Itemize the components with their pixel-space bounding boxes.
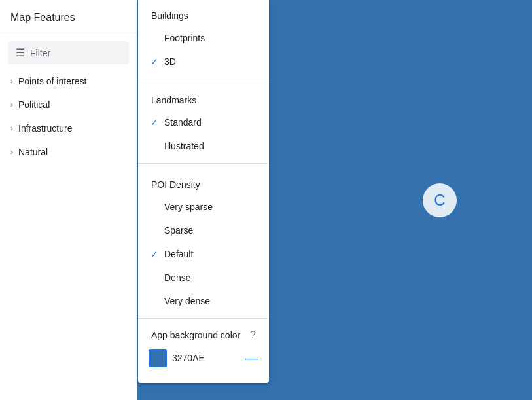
dense-label: Dense — [164, 272, 190, 283]
spinner-icon: C — [434, 191, 445, 209]
standard-label: Standard — [164, 117, 202, 128]
default-label: Default — [164, 249, 193, 259]
sidebar-item-natural[interactable]: › Natural — [0, 140, 137, 164]
standard-item[interactable]: ✓ Standard — [138, 111, 269, 134]
sidebar-title: Map Features — [0, 0, 137, 33]
illustrated-label: Illustrated — [164, 141, 204, 151]
sidebar-item-label: Points of interest — [18, 76, 86, 86]
sparse-item[interactable]: Sparse — [138, 219, 269, 242]
sparse-label: Sparse — [164, 225, 193, 236]
divider-2 — [138, 163, 269, 164]
color-input[interactable] — [172, 352, 218, 365]
loading-spinner: C — [423, 183, 457, 217]
sidebar-item-infrastructure[interactable]: › Infrastructure — [0, 117, 137, 140]
very-sparse-label: Very sparse — [164, 202, 213, 212]
chevron-icon: › — [10, 124, 13, 133]
sidebar-item-points-of-interest[interactable]: › Points of interest — [0, 69, 137, 93]
very-dense-item[interactable]: Very dense — [138, 289, 269, 313]
filter-icon: ☰ — [16, 46, 25, 59]
check-icon: ✓ — [149, 248, 160, 260]
3d-label: 3D — [164, 56, 176, 67]
color-swatch[interactable] — [149, 349, 167, 367]
chevron-icon: › — [10, 147, 13, 156]
chevron-icon: › — [10, 77, 13, 86]
footprints-item[interactable]: Footprints — [138, 26, 269, 50]
buildings-header: Buildings — [138, 0, 269, 26]
divider-1 — [138, 79, 269, 79]
chevron-icon: › — [10, 100, 13, 109]
remove-color-button[interactable]: — — [245, 352, 258, 365]
sidebar-item-political[interactable]: › Political — [0, 93, 137, 117]
footprints-label: Footprints — [164, 33, 205, 43]
app-bg-color-label: App background color — [151, 330, 240, 340]
sidebar-item-label: Infrastructure — [18, 123, 72, 134]
help-icon[interactable]: ? — [250, 329, 256, 341]
dense-item[interactable]: Dense — [138, 266, 269, 289]
color-picker-row: — — [138, 344, 269, 373]
illustrated-item[interactable]: Illustrated — [138, 134, 269, 158]
sidebar: Map Features ☰ Filter › Points of intere… — [0, 0, 137, 400]
check-icon: ✓ — [149, 117, 160, 128]
filter-bar[interactable]: ☰ Filter — [8, 41, 129, 64]
sidebar-item-label: Political — [18, 100, 50, 110]
filter-text: Filter — [30, 48, 50, 58]
dropdown-panel: Buildings Footprints ✓ 3D Landmarks ✓ St… — [138, 0, 269, 383]
divider-3 — [138, 318, 269, 319]
3d-item[interactable]: ✓ 3D — [138, 50, 269, 73]
app-bg-color-row: App background color ? — [138, 324, 269, 344]
landmarks-header: Landmarks — [138, 84, 269, 111]
default-item[interactable]: ✓ Default — [138, 242, 269, 266]
very-sparse-item[interactable]: Very sparse — [138, 195, 269, 219]
sidebar-item-label: Natural — [18, 147, 48, 157]
poi-density-header: POI Density — [138, 169, 269, 195]
very-dense-label: Very dense — [164, 296, 210, 306]
check-icon: ✓ — [149, 56, 160, 67]
